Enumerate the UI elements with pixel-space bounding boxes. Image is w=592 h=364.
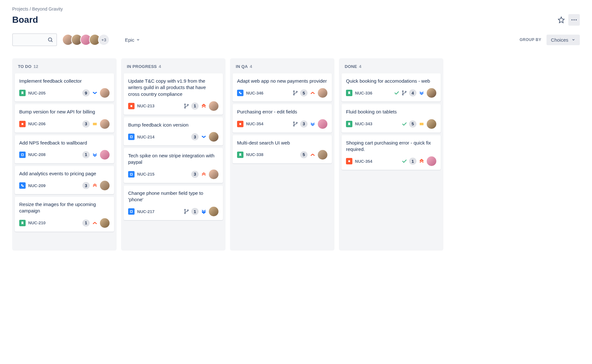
assignee-avatar[interactable] bbox=[100, 119, 110, 129]
svg-point-31 bbox=[402, 91, 403, 92]
issue-card[interactable]: Adapt web app no new payments providerNU… bbox=[233, 73, 332, 102]
assignee-avatar[interactable] bbox=[100, 88, 110, 98]
assignee-avatar[interactable] bbox=[100, 218, 110, 228]
story-points-badge: 4 bbox=[409, 89, 416, 96]
breadcrumb: Projects / Beyond Gravity bbox=[12, 6, 580, 12]
issue-card[interactable]: Add analytics events to pricing pageNUC-… bbox=[15, 166, 114, 194]
epic-filter[interactable]: Epic bbox=[121, 35, 144, 45]
svg-point-3 bbox=[576, 19, 577, 21]
group-by-select[interactable]: Choices bbox=[547, 35, 580, 45]
svg-line-5 bbox=[51, 41, 53, 42]
issue-card[interactable]: Tech spike on new stripe integration wit… bbox=[124, 148, 223, 183]
story-points-badge: 1 bbox=[191, 103, 199, 110]
priority-icon bbox=[309, 152, 316, 158]
board-column: IN QA4Adapt web app no new payments prov… bbox=[230, 58, 334, 251]
assignee-avatar[interactable] bbox=[318, 88, 327, 98]
assignee-avatar[interactable] bbox=[209, 101, 218, 111]
issue-card[interactable]: Implement feedback collectorNUC-2059 bbox=[15, 73, 114, 102]
svg-point-19 bbox=[185, 209, 185, 210]
avatar-overflow[interactable]: +3 bbox=[98, 34, 110, 46]
assignee-avatar[interactable] bbox=[100, 181, 110, 190]
issue-card[interactable]: Add NPS feedback to wallboardNUC-2081 bbox=[15, 135, 114, 163]
branch-icon bbox=[184, 103, 189, 109]
avatar-stack[interactable]: +3 bbox=[62, 34, 110, 46]
priority-icon bbox=[201, 171, 207, 177]
issue-key: NUC-209 bbox=[28, 183, 45, 188]
svg-point-27 bbox=[239, 123, 241, 125]
issue-card[interactable]: Update T&C copy with v1.9 from the write… bbox=[124, 73, 223, 115]
more-icon bbox=[571, 16, 578, 23]
assignee-avatar[interactable] bbox=[427, 88, 436, 98]
story-points-badge: 3 bbox=[191, 133, 199, 140]
priority-icon bbox=[92, 220, 98, 226]
card-title: Add analytics events to pricing page bbox=[19, 170, 110, 177]
priority-icon bbox=[92, 183, 98, 188]
issue-card[interactable]: Resize the images for the upcoming campa… bbox=[15, 197, 114, 232]
svg-point-6 bbox=[21, 123, 23, 125]
chevron-down-icon bbox=[136, 38, 140, 42]
issue-card[interactable]: Change phone number field type to 'phone… bbox=[124, 186, 223, 220]
assignee-avatar[interactable] bbox=[427, 119, 436, 129]
breadcrumb-projects[interactable]: Projects bbox=[12, 6, 29, 12]
issue-card[interactable]: Bump version for new API for billingNUC-… bbox=[15, 104, 114, 132]
star-icon bbox=[558, 16, 565, 23]
search-icon bbox=[47, 37, 53, 43]
assignee-avatar[interactable] bbox=[318, 150, 327, 160]
search-input[interactable] bbox=[12, 33, 57, 46]
svg-point-29 bbox=[293, 125, 294, 126]
story-points-badge: 1 bbox=[409, 158, 416, 165]
issue-key: NUC-210 bbox=[28, 220, 45, 225]
svg-point-13 bbox=[185, 104, 185, 105]
issue-card[interactable]: Shoping cart purchasing error - quick fi… bbox=[341, 135, 441, 170]
svg-rect-23 bbox=[240, 93, 242, 94]
issue-card[interactable]: Quick booking for accomodations - webNUC… bbox=[341, 73, 441, 102]
branch-icon bbox=[292, 121, 298, 127]
chevron-down-icon bbox=[571, 38, 575, 42]
issue-type-icon bbox=[128, 103, 135, 109]
issue-type-icon bbox=[19, 220, 26, 226]
priority-icon bbox=[418, 90, 425, 96]
column-header: DONE4 bbox=[341, 61, 441, 71]
issue-type-icon bbox=[237, 152, 243, 158]
assignee-avatar[interactable] bbox=[209, 207, 218, 216]
page-title: Board bbox=[12, 15, 38, 25]
column-header: IN QA4 bbox=[233, 61, 332, 71]
svg-point-26 bbox=[296, 91, 297, 92]
issue-type-icon bbox=[346, 121, 352, 127]
more-actions-button[interactable] bbox=[568, 14, 580, 26]
assignee-avatar[interactable] bbox=[427, 156, 436, 166]
branch-icon bbox=[292, 90, 298, 96]
card-title: Tech spike on new stripe integration wit… bbox=[128, 153, 218, 166]
svg-point-15 bbox=[187, 104, 188, 105]
board-column: TO DO12Implement feedback collectorNUC-2… bbox=[12, 58, 117, 251]
priority-icon bbox=[201, 134, 207, 140]
column-header: TO DO12 bbox=[15, 61, 114, 71]
card-title: Shoping cart purchasing error - quick fi… bbox=[346, 140, 436, 153]
assignee-avatar[interactable] bbox=[100, 150, 110, 160]
issue-card[interactable]: Multi-dest search UI webNUC-3385 bbox=[233, 135, 332, 163]
issue-type-icon bbox=[346, 90, 352, 96]
card-title: Bump version for new API for billing bbox=[19, 109, 110, 115]
svg-point-28 bbox=[293, 122, 294, 123]
svg-rect-16 bbox=[130, 136, 132, 138]
story-points-badge: 9 bbox=[82, 89, 90, 96]
svg-point-4 bbox=[48, 38, 52, 41]
done-check-icon bbox=[401, 121, 407, 127]
issue-card[interactable]: Fluid booking on tabletsNUC-3435 bbox=[341, 104, 441, 132]
issue-card[interactable]: Bump feedback icon versionNUC-2143 bbox=[124, 117, 223, 145]
assignee-avatar[interactable] bbox=[209, 170, 218, 179]
issue-key: NUC-346 bbox=[246, 91, 263, 95]
assignee-avatar[interactable] bbox=[209, 132, 218, 142]
star-button[interactable] bbox=[555, 14, 567, 26]
assignee-avatar[interactable] bbox=[318, 119, 327, 129]
card-title: Multi-dest search UI web bbox=[237, 140, 327, 146]
story-points-badge: 3 bbox=[191, 171, 199, 178]
issue-key: NUC-214 bbox=[137, 135, 154, 139]
issue-card[interactable]: Purchasing error - edit fieldsNUC-3543 bbox=[233, 104, 332, 132]
breadcrumb-project[interactable]: Beyond Gravity bbox=[32, 6, 63, 12]
svg-point-24 bbox=[293, 91, 294, 92]
card-title: Resize the images for the upcoming campa… bbox=[19, 201, 110, 214]
svg-point-36 bbox=[348, 160, 350, 162]
card-title: Fluid booking on tablets bbox=[346, 109, 436, 115]
svg-rect-22 bbox=[239, 92, 240, 93]
